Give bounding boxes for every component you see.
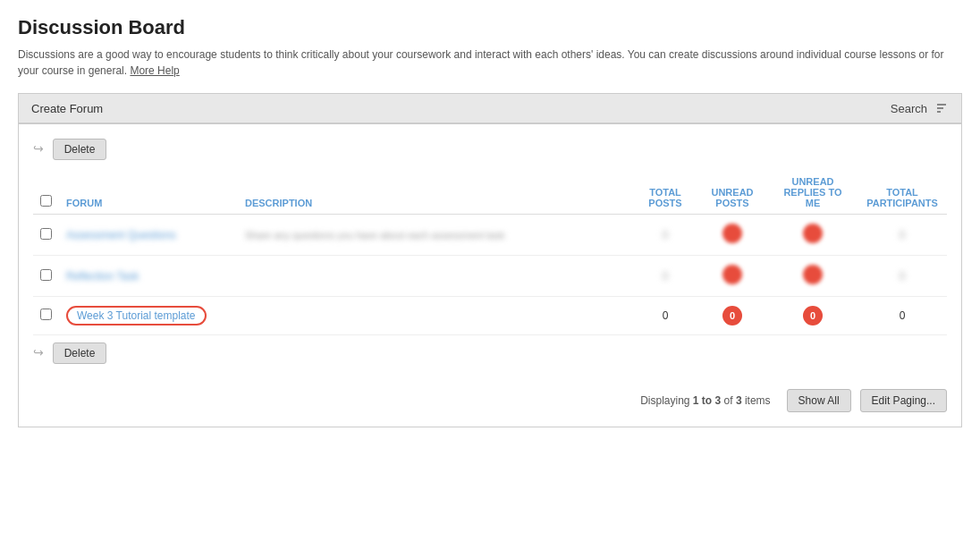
row1-participants: 0 [900, 229, 906, 241]
row3-unread-badge: 0 [722, 306, 742, 326]
row1-desc-cell: Share any questions you have about each … [238, 215, 634, 256]
top-delete-wrapper: ↪ Delete [33, 139, 947, 171]
sort-icon[interactable] [934, 101, 949, 115]
table-row: Week 3 Tutorial template 0 0 0 0 [33, 297, 947, 335]
row2-unread-replies-cell [768, 256, 858, 297]
main-content: ↪ Delete FORUM DESCRIPTION TOTAL POSTS U… [18, 123, 962, 427]
bottom-arrow-icon: ↪ [33, 345, 44, 359]
row3-unread-replies-badge: 0 [803, 306, 823, 326]
row1-total-posts-cell: 0 [634, 215, 697, 256]
table-row: Reflection Task 0 0 [33, 256, 947, 297]
show-all-button[interactable]: Show All [787, 389, 851, 412]
row3-participants: 0 [900, 309, 906, 322]
search-button[interactable]: Search [891, 102, 927, 115]
more-help-link[interactable]: More Help [130, 64, 179, 77]
week3-highlight-ring: Week 3 Tutorial template [66, 306, 207, 326]
page-wrapper: Discussion Board Discussions are a good … [0, 0, 980, 558]
page-description: Discussions are a good way to encourage … [18, 46, 962, 79]
row2-unread-replies-badge [803, 265, 823, 284]
row2-total-posts-cell: 0 [634, 256, 697, 297]
row1-unread-badge [722, 224, 742, 243]
row1-forum-link: Assessment Questions [66, 229, 176, 241]
row2-unread-badge [722, 265, 742, 284]
row3-total-posts: 0 [663, 309, 669, 322]
top-delete-button[interactable]: Delete [53, 139, 107, 160]
row3-total-posts-cell: 0 [634, 297, 697, 335]
edit-paging-button[interactable]: Edit Paging... [860, 389, 947, 412]
bottom-delete-wrapper: ↪ Delete [33, 342, 947, 375]
row2-checkbox-cell [33, 256, 59, 297]
row2-participants: 0 [900, 270, 906, 283]
bottom-delete-button[interactable]: Delete [53, 342, 107, 364]
row1-total-posts: 0 [663, 229, 669, 241]
row2-forum-cell: Reflection Task [59, 256, 238, 297]
row1-participants-cell: 0 [858, 215, 947, 256]
row3-checkbox[interactable] [40, 309, 52, 320]
row1-unread-posts-cell [697, 215, 768, 256]
table-row: Assessment Questions Share any questions… [33, 215, 947, 256]
col-header-total-participants: TOTAL PARTICIPANTS [858, 171, 947, 215]
pagination-text: Displaying 1 to 3 of 3 items [640, 394, 770, 407]
row1-description: Share any questions you have about each … [245, 230, 504, 241]
row2-unread-posts-cell [697, 256, 768, 297]
row3-checkbox-cell [33, 297, 59, 335]
col-header-description: DESCRIPTION [238, 171, 634, 215]
row2-participants-cell: 0 [858, 256, 947, 297]
row3-forum-cell: Week 3 Tutorial template [59, 297, 238, 335]
row1-unread-replies-badge [803, 224, 823, 243]
toolbar: Create Forum Search [18, 93, 962, 123]
row3-forum-link[interactable]: Week 3 Tutorial template [77, 309, 196, 322]
row1-forum-cell: Assessment Questions [59, 215, 238, 256]
select-all-checkbox[interactable] [40, 195, 52, 207]
row3-desc-cell [238, 297, 634, 335]
toolbar-right: Search [891, 101, 949, 115]
create-forum-button[interactable]: Create Forum [31, 102, 103, 115]
page-title: Discussion Board [18, 16, 962, 39]
top-arrow-icon: ↪ [33, 141, 44, 156]
col-header-unread-posts: UNREAD POSTS [697, 171, 768, 215]
bottom-bar: Displaying 1 to 3 of 3 items Show All Ed… [33, 389, 947, 412]
row2-total-posts: 0 [663, 270, 669, 283]
row2-forum-link: Reflection Task [66, 270, 139, 283]
col-header-total-posts: TOTAL POSTS [634, 171, 697, 215]
row3-unread-posts-cell: 0 [697, 297, 768, 335]
forum-table: FORUM DESCRIPTION TOTAL POSTS UNREAD POS… [33, 171, 947, 335]
row1-unread-replies-cell [768, 215, 858, 256]
row1-checkbox-cell [33, 215, 59, 256]
row1-checkbox[interactable] [40, 228, 52, 240]
col-header-forum: FORUM [59, 171, 238, 215]
row2-desc-cell [238, 256, 634, 297]
row3-unread-replies-cell: 0 [768, 297, 858, 335]
col-header-checkbox [33, 171, 59, 215]
row3-participants-cell: 0 [858, 297, 947, 335]
col-header-unread-replies: UNREAD REPLIES TO ME [768, 171, 858, 215]
table-header-row: FORUM DESCRIPTION TOTAL POSTS UNREAD POS… [33, 171, 947, 215]
row2-checkbox[interactable] [40, 269, 52, 281]
